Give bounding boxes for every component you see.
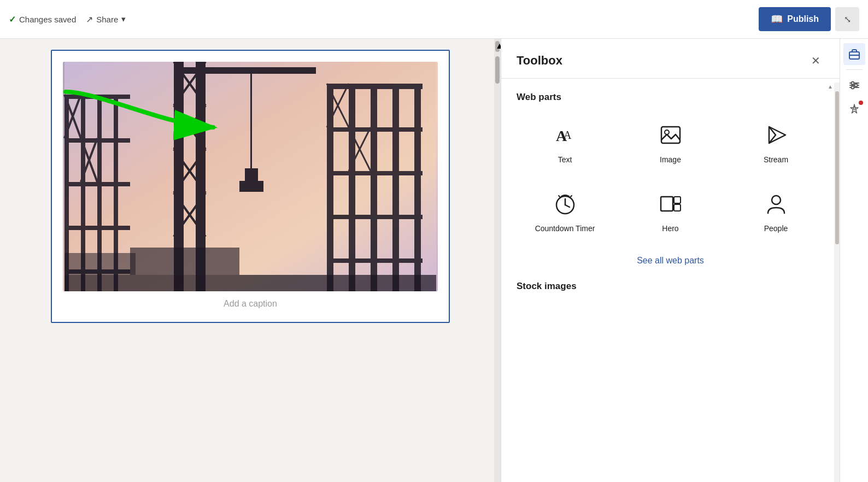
svg-rect-36 [327,215,423,219]
notification-dot [859,101,863,105]
svg-rect-54 [674,197,681,203]
countdown-icon [554,192,577,219]
people-icon [765,192,788,219]
web-part-people[interactable]: People [728,183,824,243]
publish-button[interactable]: 📖 Publish [759,7,831,31]
share-chevron-icon: ▾ [121,14,126,24]
countdown-label: Countdown Timer [535,224,595,233]
publish-label: Publish [787,14,819,24]
image-icon [659,124,682,150]
web-parts-grid: A A Text Image [517,114,824,243]
image-container [63,62,438,291]
toolbox-sidebar-button[interactable] [843,43,865,65]
stock-images-title: Stock images [517,281,824,292]
toolbox-close-button[interactable]: ✕ [807,52,824,69]
share-icon: ↗ [86,14,93,25]
publish-book-icon: 📖 [771,13,783,25]
image-caption[interactable]: Add a caption [63,291,438,311]
changes-saved-indicator: ✓ Changes saved [9,14,76,25]
svg-rect-43 [130,248,239,275]
share-label: Share [96,15,118,24]
svg-point-56 [772,196,781,204]
top-bar: ✓ Changes saved ↗ Share ▾ 📖 Publish ⤡ [0,0,868,39]
sidebar-divider-1 [846,69,863,70]
svg-rect-42 [64,275,436,291]
svg-rect-55 [674,204,681,211]
right-sidebar [840,39,868,482]
svg-point-62 [851,82,854,85]
web-parts-section-title: Web parts [517,92,824,103]
toolbox-panel: ▲ Toolbox ✕ Web parts A A Text [501,39,840,482]
svg-rect-27 [239,181,263,192]
briefcase-icon [848,48,860,60]
settings-sidebar-button[interactable] [843,74,865,96]
stream-label: Stream [764,155,788,164]
check-icon: ✓ [9,14,16,25]
canvas-area[interactable]: ▲ [0,39,501,482]
see-all-web-parts-link[interactable]: See all web parts [517,256,824,266]
image-label: Image [660,155,681,164]
svg-text:A: A [564,129,572,141]
svg-point-63 [854,84,857,87]
stream-icon [765,124,788,150]
people-label: People [764,224,788,233]
svg-rect-33 [327,84,423,89]
changes-saved-text: Changes saved [19,15,76,24]
web-part-text[interactable]: A A Text [517,114,613,174]
ai-sidebar-button[interactable] [843,98,865,120]
svg-point-65 [853,107,855,109]
close-icon: ✕ [811,54,820,67]
main-content: ▲ [0,39,868,482]
svg-rect-35 [327,171,423,175]
toolbox-body[interactable]: Web parts A A Text [501,79,840,482]
ai-sparkle-icon [848,103,860,115]
web-part-hero[interactable]: Hero [622,183,719,243]
svg-rect-53 [661,197,673,211]
settings-icon [848,79,860,91]
text-label: Text [558,155,572,164]
top-bar-status: ✓ Changes saved ↗ Share ▾ [9,11,131,28]
svg-line-52 [570,196,572,197]
toolbox-header: Toolbox ✕ [501,39,840,79]
text-icon: A A [554,124,577,150]
svg-rect-34 [327,127,423,132]
svg-rect-47 [661,127,680,143]
svg-line-51 [559,196,560,197]
crane-scene-svg [63,62,438,291]
svg-rect-44 [64,253,136,275]
svg-rect-24 [174,67,316,74]
svg-rect-37 [327,258,423,263]
svg-rect-8 [64,226,130,230]
collapse-button[interactable]: ⤡ [835,7,859,31]
svg-rect-7 [64,182,130,186]
hero-label: Hero [662,224,678,233]
image-block[interactable]: Add a caption [51,50,450,323]
svg-point-64 [851,86,854,89]
toolbox-title: Toolbox [517,54,562,68]
share-button[interactable]: ↗ Share ▾ [80,11,131,28]
collapse-icon: ⤡ [844,14,851,25]
web-part-image[interactable]: Image [622,114,719,174]
web-part-countdown[interactable]: Countdown Timer [517,183,613,243]
svg-rect-25 [250,74,252,172]
hero-icon [659,192,682,219]
web-part-stream[interactable]: Stream [728,114,824,174]
